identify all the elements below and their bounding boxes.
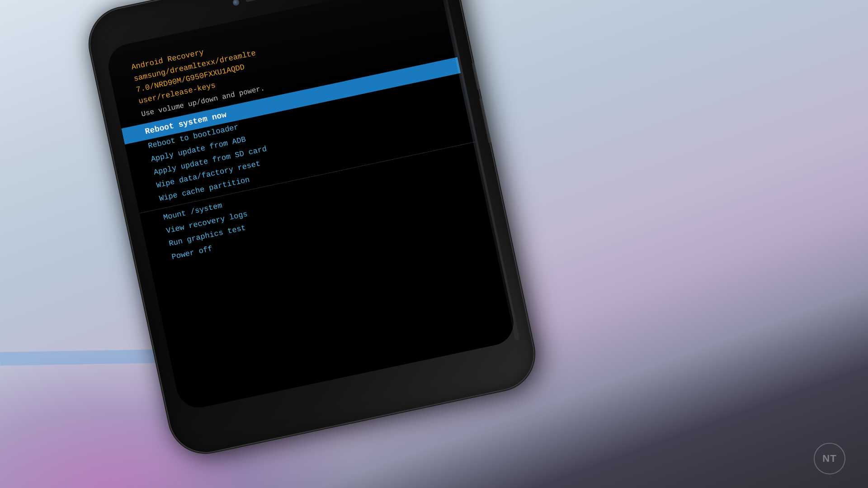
phone-screen: Android Recovery samsung/dreamltexx/drea… bbox=[104, 0, 518, 412]
recovery-menu: Reboot system now Reboot to bootloader A… bbox=[143, 62, 492, 394]
speaker bbox=[245, 0, 281, 2]
watermark-text: NT bbox=[822, 453, 836, 464]
screen-content: Android Recovery samsung/dreamltexx/drea… bbox=[104, 0, 518, 412]
watermark: NT bbox=[814, 443, 845, 474]
front-camera bbox=[232, 0, 240, 6]
